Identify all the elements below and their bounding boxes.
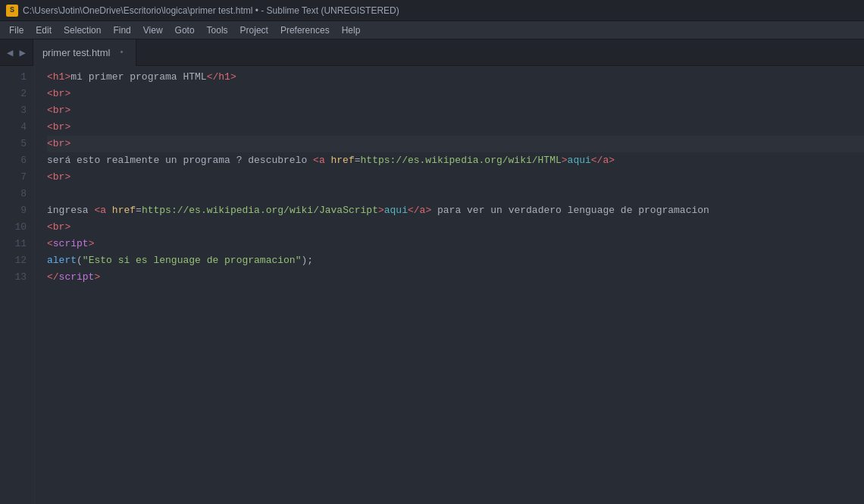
title-text: C:\Users\Jotin\OneDrive\Escritorio\logic… bbox=[23, 5, 399, 16]
line-num-4: 4 bbox=[8, 119, 27, 136]
line-num-5: 5 bbox=[8, 136, 27, 152]
tab-close-button[interactable]: • bbox=[116, 47, 127, 58]
code-line-5: <br> bbox=[47, 136, 864, 152]
line-num-12: 12 bbox=[8, 252, 27, 269]
tab-primer-test[interactable]: primer test.html • bbox=[33, 39, 137, 66]
code-line-1: <h1>mi primer programa HTML</h1> bbox=[47, 69, 864, 86]
app-icon: S bbox=[6, 5, 18, 17]
menu-project[interactable]: Project bbox=[234, 21, 274, 39]
menu-view[interactable]: View bbox=[137, 21, 169, 39]
tab-label: primer test.html bbox=[42, 47, 111, 58]
line-num-1: 1 bbox=[8, 69, 27, 86]
line-num-7: 7 bbox=[8, 169, 27, 186]
menu-bar: File Edit Selection Find View Goto Tools… bbox=[0, 21, 864, 39]
nav-right-arrow[interactable]: ▶ bbox=[17, 45, 27, 61]
line-num-2: 2 bbox=[8, 86, 27, 102]
code-line-13: </script> bbox=[47, 269, 864, 286]
nav-left-arrow[interactable]: ◀ bbox=[5, 45, 15, 61]
line-num-13: 13 bbox=[8, 269, 27, 286]
code-line-3: <br> bbox=[47, 102, 864, 119]
code-line-2: <br> bbox=[47, 86, 864, 102]
menu-selection[interactable]: Selection bbox=[58, 21, 107, 39]
code-line-7: <br> bbox=[47, 169, 864, 186]
code-line-8 bbox=[47, 186, 864, 202]
line-num-8: 8 bbox=[8, 186, 27, 202]
tab-bar: ◀ ▶ primer test.html • bbox=[0, 39, 864, 66]
nav-arrows: ◀ ▶ bbox=[0, 39, 33, 66]
line-num-10: 10 bbox=[8, 219, 27, 236]
menu-edit[interactable]: Edit bbox=[30, 21, 58, 39]
line-num-6: 6 bbox=[8, 152, 27, 169]
code-area[interactable]: <h1>mi primer programa HTML</h1> <br> <b… bbox=[35, 66, 864, 504]
menu-goto[interactable]: Goto bbox=[169, 21, 201, 39]
menu-find[interactable]: Find bbox=[107, 21, 136, 39]
editor: 1 2 3 4 5 6 7 8 9 10 11 12 13 <h1>mi pri… bbox=[0, 66, 864, 504]
code-line-9: ingresa <a href=https://es.wikipedia.org… bbox=[47, 202, 864, 219]
line-num-11: 11 bbox=[8, 236, 27, 252]
title-bar: S C:\Users\Jotin\OneDrive\Escritorio\log… bbox=[0, 0, 864, 21]
code-line-10: <br> bbox=[47, 219, 864, 236]
line-num-3: 3 bbox=[8, 102, 27, 119]
menu-file[interactable]: File bbox=[3, 21, 30, 39]
menu-help[interactable]: Help bbox=[336, 21, 367, 39]
code-line-4: <br> bbox=[47, 119, 864, 136]
code-line-6: será esto realmente un programa ? descub… bbox=[47, 152, 864, 169]
menu-preferences[interactable]: Preferences bbox=[274, 21, 336, 39]
menu-tools[interactable]: Tools bbox=[201, 21, 234, 39]
line-numbers: 1 2 3 4 5 6 7 8 9 10 11 12 13 bbox=[0, 66, 35, 504]
code-line-12: alert("Esto si es lenguage de programaci… bbox=[47, 252, 864, 269]
code-line-11: <script> bbox=[47, 236, 864, 252]
line-num-9: 9 bbox=[8, 202, 27, 219]
